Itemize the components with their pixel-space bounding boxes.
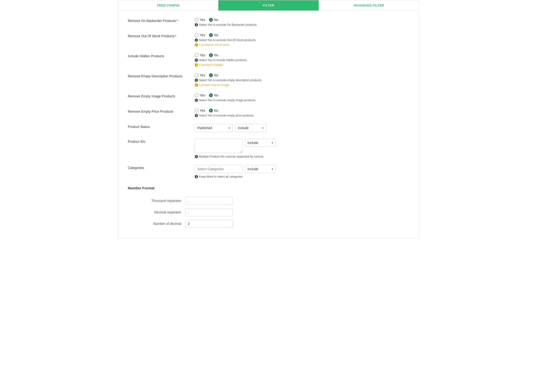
info-icon-6: i	[195, 114, 198, 117]
product-status-controls: Published Draft Private Pending Include …	[195, 124, 409, 132]
number-format-section: Number Format Thousand separator Decimal…	[128, 185, 409, 228]
remove-out-of-stock-controls: Yes No i Select Yes to exclude Out-Of-St…	[195, 33, 409, 47]
remove-empty-image-controls: Yes No i Select Yes to exclude empty ima…	[195, 93, 409, 102]
info-icon-8: i	[195, 175, 198, 178]
info-icon-7: i	[195, 155, 198, 158]
remove-empty-image-row: Remove Empty Image Products Yes No i Sel…	[128, 93, 409, 102]
number-format-header-row: Number Format	[128, 185, 409, 190]
remove-on-backorder-radio-group: Yes No	[195, 18, 409, 22]
product-ids-row: Product IDs Include Exclude i Multiple P…	[128, 139, 409, 158]
include-hidden-warning: ! 1 product is hidden.	[195, 63, 409, 67]
remove-empty-price-label: Remove Empty Price Products	[128, 109, 195, 113]
remove-on-backorder-row: Remove On Backorder Products* Yes No i S…	[128, 18, 409, 26]
remove-empty-desc-no-radio[interactable]	[209, 73, 213, 77]
tab-bar: FEED CONFIG FILTER ADVANCED FILTER	[118, 0, 419, 11]
remove-empty-desc-yes-option[interactable]: Yes	[195, 73, 205, 77]
remove-out-of-stock-row: Remove Out Of Stock Products* Yes No i S…	[128, 33, 409, 47]
remove-empty-desc-warning: ! 1 product has no image.	[195, 83, 409, 87]
include-hidden-yes-option[interactable]: Yes	[195, 53, 205, 57]
page-wrapper: FEED CONFIG FILTER ADVANCED FILTER Remov…	[118, 0, 419, 238]
include-hidden-yes-radio[interactable]	[195, 53, 199, 57]
remove-empty-price-no-option[interactable]: No	[209, 109, 218, 112]
remove-out-of-stock-radio-group: Yes No	[195, 33, 409, 37]
product-status-select-wrapper: Published Draft Private Pending	[195, 124, 233, 132]
categories-dropdown-group: Include Exclude	[195, 165, 409, 173]
tab-feed-config[interactable]: FEED CONFIG	[118, 0, 218, 11]
info-icon-4: i	[195, 79, 198, 82]
remove-empty-price-row: Remove Empty Price Products Yes No i Sel…	[128, 109, 409, 117]
remove-empty-desc-no-option[interactable]: No	[209, 73, 218, 77]
thousand-separator-input[interactable]	[185, 197, 233, 205]
remove-empty-image-no-option[interactable]: No	[209, 93, 218, 97]
warning-icon: !	[195, 43, 198, 47]
product-ids-include-select[interactable]: Include Exclude	[245, 139, 276, 147]
remove-empty-price-hint: i Select Yes to exclude empty price prod…	[195, 114, 409, 117]
remove-empty-desc-hint: i Select Yes to exclude empty descriptio…	[195, 79, 409, 82]
remove-on-backorder-yes-option[interactable]: Yes	[195, 18, 205, 22]
product-status-dropdown-group: Published Draft Private Pending Include …	[195, 124, 409, 132]
remove-empty-image-yes-radio[interactable]	[195, 93, 199, 97]
product-status-select[interactable]: Published Draft Private Pending	[195, 124, 233, 132]
include-hidden-hint: i Select Yes to include hidden products.	[195, 58, 409, 62]
include-hidden-radio-group: Yes No	[195, 53, 409, 57]
remove-out-of-stock-label: Remove Out Of Stock Products*	[128, 33, 195, 38]
remove-on-backorder-hint: i Select Yes to exclude On Backorder pro…	[195, 23, 409, 26]
remove-on-backorder-yes-radio[interactable]	[195, 18, 199, 22]
remove-empty-image-hint: i Select Yes to exclude empty image prod…	[195, 99, 409, 102]
remove-empty-image-label: Remove Empty Image Products	[128, 93, 195, 98]
remove-empty-price-controls: Yes No i Select Yes to exclude empty pri…	[195, 109, 409, 117]
decimal-separator-row: Decimal separator	[137, 208, 409, 216]
include-hidden-no-option[interactable]: No	[209, 53, 218, 57]
remove-empty-price-yes-option[interactable]: Yes	[195, 109, 205, 112]
remove-empty-desc-yes-radio[interactable]	[195, 73, 199, 77]
remove-empty-image-radio-group: Yes No	[195, 93, 409, 97]
product-ids-include-wrapper: Include Exclude	[245, 139, 276, 147]
decimal-separator-input[interactable]	[185, 208, 233, 216]
number-format-label: Number Format	[128, 185, 195, 190]
thousand-separator-row: Thousand separator	[137, 197, 409, 205]
number-of-decimal-input[interactable]	[185, 220, 233, 228]
tab-filter[interactable]: FILTER	[218, 0, 318, 11]
warning-icon-3: !	[195, 83, 198, 87]
product-ids-controls: Include Exclude i Multiple Product IDs m…	[195, 139, 409, 158]
categories-row: Categories Include Exclude i Keep blank …	[128, 165, 409, 178]
product-ids-textarea[interactable]	[195, 139, 242, 153]
product-status-row: Product Status Published Draft Private P…	[128, 124, 409, 132]
include-hidden-no-radio[interactable]	[209, 53, 213, 57]
remove-on-backorder-no-option[interactable]: No	[209, 18, 218, 22]
include-hidden-label: Include Hidden Products	[128, 53, 195, 58]
info-icon-2: i	[195, 38, 198, 42]
remove-out-of-stock-yes-option[interactable]: Yes	[195, 33, 205, 37]
include-hidden-controls: Yes No i Select Yes to include hidden pr…	[195, 53, 409, 67]
remove-empty-price-radio-group: Yes No	[195, 109, 409, 112]
remove-empty-price-yes-radio[interactable]	[195, 109, 199, 112]
product-ids-hint: i Multiple Product IDs must be separated…	[195, 155, 409, 158]
remove-out-of-stock-warning: ! 1 product is out of stock.	[195, 43, 409, 47]
remove-empty-image-yes-option[interactable]: Yes	[195, 93, 205, 97]
remove-out-of-stock-yes-radio[interactable]	[195, 33, 199, 37]
product-ids-label: Product IDs	[128, 139, 195, 143]
remove-empty-desc-label: Remove Empty Description Products	[128, 73, 195, 78]
warning-icon-2: !	[195, 63, 198, 67]
remove-empty-desc-radio-group: Yes No	[195, 73, 409, 77]
decimal-separator-label: Decimal separator	[137, 210, 185, 214]
product-status-include-select[interactable]: Include Exclude	[235, 124, 266, 132]
tab-advanced-filter[interactable]: ADVANCED FILTER	[319, 0, 419, 11]
product-status-label: Product Status	[128, 124, 195, 129]
number-of-decimal-row: Number of decimal	[137, 220, 409, 228]
remove-empty-desc-controls: Yes No i Select Yes to exclude empty des…	[195, 73, 409, 87]
remove-out-of-stock-no-radio[interactable]	[209, 33, 213, 37]
number-of-decimal-label: Number of decimal	[137, 222, 185, 226]
content-area: Remove On Backorder Products* Yes No i S…	[118, 11, 419, 238]
remove-empty-image-no-radio[interactable]	[209, 93, 213, 97]
product-ids-input-group: Include Exclude	[195, 139, 409, 153]
categories-include-select[interactable]: Include Exclude	[245, 165, 276, 173]
categories-input[interactable]	[195, 165, 242, 173]
remove-empty-price-no-radio[interactable]	[209, 109, 213, 112]
thousand-separator-label: Thousand separator	[137, 199, 185, 203]
remove-out-of-stock-no-option[interactable]: No	[209, 33, 218, 37]
remove-empty-desc-row: Remove Empty Description Products Yes No…	[128, 73, 409, 87]
categories-label: Categories	[128, 165, 195, 170]
remove-on-backorder-no-radio[interactable]	[209, 18, 213, 22]
required-indicator-2: *	[175, 34, 176, 38]
